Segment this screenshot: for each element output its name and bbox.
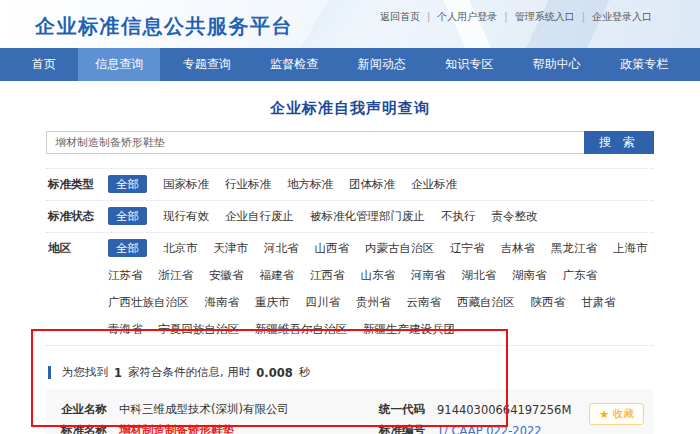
main-nav: 首页信息查询专题查询监督检查新闻动态知识专区帮助中心政策专栏 <box>0 48 700 81</box>
filter-option[interactable]: 上海市 <box>613 239 648 257</box>
nav-item-7[interactable]: 政策专栏 <box>603 48 685 81</box>
filter-option[interactable]: 企业自行废止 <box>225 207 294 225</box>
card-field-value: 中科三维成型技术(深圳)有限公司 <box>119 402 289 417</box>
search-button[interactable]: 搜 索 <box>584 131 654 154</box>
filter-option[interactable]: 福建省 <box>260 266 295 284</box>
filter-option[interactable]: 全部 <box>108 207 147 225</box>
card-column-left: 企业名称中科三维成型技术(深圳)有限公司标准名称增材制造制备矫形鞋垫发布时间20… <box>61 402 379 434</box>
nav-item-0[interactable]: 首页 <box>15 48 73 81</box>
filter-row-0: 标准类型全部国家标准行业标准地方标准团体标准企业标准 <box>46 169 654 201</box>
filter-option[interactable]: 辽宁省 <box>450 239 485 257</box>
card-field-label: 标准编号 <box>379 423 437 434</box>
filters: 标准类型全部国家标准行业标准地方标准团体标准企业标准标准状态全部现行有效企业自行… <box>46 168 654 346</box>
filter-option[interactable]: 江西省 <box>310 266 345 284</box>
filter-options: 全部国家标准行业标准地方标准团体标准企业标准 <box>108 175 654 193</box>
filter-option[interactable]: 吉林省 <box>501 239 536 257</box>
filter-option[interactable]: 企业标准 <box>411 175 457 193</box>
summary-count: 1 <box>114 366 122 380</box>
nav-item-6[interactable]: 帮助中心 <box>516 48 598 81</box>
filter-option[interactable]: 四川省 <box>306 293 341 311</box>
filter-option[interactable]: 行业标准 <box>225 175 271 193</box>
top-link-0[interactable]: 返回首页 <box>380 11 420 22</box>
top-link-3[interactable]: 企业登录入口 <box>575 11 652 22</box>
filter-option[interactable]: 海南省 <box>205 293 240 311</box>
filter-option[interactable]: 青海省 <box>108 320 143 338</box>
nav-item-2[interactable]: 专题查询 <box>166 48 248 81</box>
filter-option[interactable]: 北京市 <box>163 239 198 257</box>
favorite-button[interactable]: ★ 收藏 <box>589 403 644 425</box>
result-card: 企业名称中科三维成型技术(深圳)有限公司标准名称增材制造制备矫形鞋垫发布时间20… <box>46 389 654 434</box>
nav-item-1[interactable]: 信息查询 <box>78 48 160 81</box>
filter-option[interactable]: 广东省 <box>563 266 598 284</box>
nav-item-3[interactable]: 监督检查 <box>253 48 335 81</box>
site-title: 企业标准信息公共服务平台 <box>35 13 293 40</box>
card-row: 企业名称中科三维成型技术(深圳)有限公司 <box>61 402 379 417</box>
filter-option[interactable]: 河南省 <box>411 266 446 284</box>
filter-option[interactable]: 山西省 <box>315 239 350 257</box>
card-field-value[interactable]: T/ CAAP 022-2022 <box>437 424 542 434</box>
card-field-value: 91440300664197256M <box>437 403 571 417</box>
results-summary: 为您找到 1 家符合条件的信息, 用时 0.008 秒 <box>46 365 654 380</box>
filter-options: 全部北京市天津市河北省山西省内蒙古自治区辽宁省吉林省黑龙江省上海市江苏省浙江省安… <box>108 239 654 338</box>
filter-option[interactable]: 团体标准 <box>349 175 395 193</box>
card-field-value: 增材制造制备矫形鞋垫 <box>119 423 234 434</box>
filter-option[interactable]: 湖南省 <box>512 266 547 284</box>
filter-option[interactable]: 重庆市 <box>255 293 290 311</box>
top-link-2[interactable]: 管理系统入口 <box>497 11 574 22</box>
filter-row-1: 标准状态全部现行有效企业自行废止被标准化管理部门废止不执行责令整改 <box>46 201 654 233</box>
filter-label: 标准类型 <box>48 175 108 193</box>
filter-option[interactable]: 新疆维吾尔自治区 <box>255 320 347 338</box>
top-links: 返回首页个人用户登录管理系统入口企业登录入口 <box>380 10 652 24</box>
summary-middle: 家符合条件的信息, 用时 <box>128 365 250 380</box>
filter-option[interactable]: 甘肃省 <box>581 293 616 311</box>
card-field-label: 企业名称 <box>61 402 119 417</box>
main-content: 企业标准自我声明查询 搜 索 标准类型全部国家标准行业标准地方标准团体标准企业标… <box>0 81 700 434</box>
favorite-label: 收藏 <box>613 407 634 421</box>
summary-prefix: 为您找到 <box>62 365 108 380</box>
filter-label: 地区 <box>48 239 108 257</box>
filter-option[interactable]: 广西壮族自治区 <box>108 293 189 311</box>
summary-suffix: 秒 <box>299 365 311 380</box>
filter-option[interactable]: 湖北省 <box>462 266 497 284</box>
filter-option[interactable]: 山东省 <box>361 266 396 284</box>
filter-option[interactable]: 责令整改 <box>492 207 538 225</box>
filter-option[interactable]: 内蒙古自治区 <box>365 239 434 257</box>
header-banner: 企业标准信息公共服务平台 返回首页个人用户登录管理系统入口企业登录入口 <box>0 0 700 48</box>
filter-option[interactable]: 全部 <box>108 239 147 257</box>
search-input[interactable] <box>46 131 584 154</box>
summary-time: 0.008 <box>256 366 292 380</box>
summary-accent-bar <box>48 366 51 379</box>
filter-option[interactable]: 宁夏回族自治区 <box>159 320 240 338</box>
card-field-label: 统一代码 <box>379 402 437 417</box>
search-bar: 搜 索 <box>46 131 654 154</box>
card-field-label: 标准名称 <box>61 423 119 434</box>
filter-option[interactable]: 安徽省 <box>209 266 244 284</box>
filter-option[interactable]: 国家标准 <box>163 175 209 193</box>
page-title: 企业标准自我声明查询 <box>46 99 654 118</box>
card-row: 标准名称增材制造制备矫形鞋垫 <box>61 423 379 434</box>
filter-option[interactable]: 现行有效 <box>163 207 209 225</box>
top-link-1[interactable]: 个人用户登录 <box>420 11 497 22</box>
filter-option[interactable]: 地方标准 <box>287 175 333 193</box>
filter-option[interactable]: 新疆生产建设兵团 <box>363 320 455 338</box>
nav-item-4[interactable]: 新闻动态 <box>341 48 423 81</box>
filter-option[interactable]: 陕西省 <box>531 293 566 311</box>
filter-option[interactable]: 贵州省 <box>356 293 391 311</box>
filter-option[interactable]: 西藏自治区 <box>457 293 515 311</box>
filter-option[interactable]: 江苏省 <box>108 266 143 284</box>
filter-option[interactable]: 浙江省 <box>159 266 194 284</box>
filter-option[interactable]: 河北省 <box>264 239 299 257</box>
results-section: 为您找到 1 家符合条件的信息, 用时 0.008 秒 企业名称中科三维成型技术… <box>46 365 654 434</box>
filter-option[interactable]: 天津市 <box>214 239 249 257</box>
filter-options: 全部现行有效企业自行废止被标准化管理部门废止不执行责令整改 <box>108 207 654 225</box>
filter-option[interactable]: 全部 <box>108 175 147 193</box>
filter-option[interactable]: 黑龙江省 <box>551 239 597 257</box>
filter-option[interactable]: 云南省 <box>407 293 442 311</box>
filter-label: 标准状态 <box>48 207 108 225</box>
star-icon: ★ <box>599 408 609 421</box>
filter-row-2: 地区全部北京市天津市河北省山西省内蒙古自治区辽宁省吉林省黑龙江省上海市江苏省浙江… <box>46 233 654 346</box>
nav-item-5[interactable]: 知识专区 <box>428 48 510 81</box>
filter-option[interactable]: 不执行 <box>441 207 476 225</box>
filter-option[interactable]: 被标准化管理部门废止 <box>310 207 425 225</box>
